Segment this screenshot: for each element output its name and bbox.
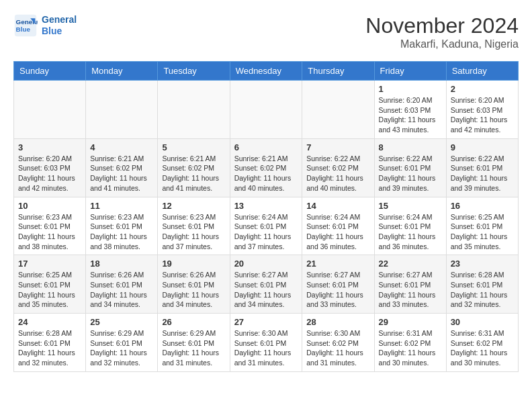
calendar-cell: 28Sunrise: 6:30 AM Sunset: 6:02 PM Dayli…: [302, 314, 374, 372]
calendar-cell: 4Sunrise: 6:21 AM Sunset: 6:02 PM Daylig…: [86, 138, 158, 197]
calendar-cell: 12Sunrise: 6:23 AM Sunset: 6:01 PM Dayli…: [158, 197, 230, 255]
location: Makarfi, Kaduna, Nigeria: [365, 38, 519, 50]
day-info: Sunrise: 6:22 AM Sunset: 6:01 PM Dayligh…: [451, 154, 514, 193]
day-info: Sunrise: 6:22 AM Sunset: 6:01 PM Dayligh…: [379, 154, 442, 193]
day-info: Sunrise: 6:23 AM Sunset: 6:01 PM Dayligh…: [162, 212, 225, 252]
weekday-header-monday: Monday: [86, 62, 158, 81]
day-number: 26: [162, 317, 225, 327]
calendar-cell: 11Sunrise: 6:23 AM Sunset: 6:01 PM Dayli…: [86, 197, 158, 255]
day-info: Sunrise: 6:22 AM Sunset: 6:02 PM Dayligh…: [306, 154, 369, 193]
calendar-cell: 6Sunrise: 6:21 AM Sunset: 6:02 PM Daylig…: [230, 138, 302, 197]
day-number: 13: [234, 201, 298, 211]
day-number: 28: [306, 317, 369, 327]
day-info: Sunrise: 6:29 AM Sunset: 6:01 PM Dayligh…: [162, 328, 225, 368]
day-info: Sunrise: 6:30 AM Sunset: 6:01 PM Dayligh…: [234, 328, 298, 368]
calendar-cell: 1Sunrise: 6:20 AM Sunset: 6:03 PM Daylig…: [374, 81, 446, 139]
day-number: 8: [379, 142, 442, 152]
logo-line2: Blue: [42, 26, 77, 37]
calendar-cell: [302, 81, 374, 139]
calendar-cell: 15Sunrise: 6:24 AM Sunset: 6:01 PM Dayli…: [374, 197, 446, 255]
day-info: Sunrise: 6:24 AM Sunset: 6:01 PM Dayligh…: [306, 212, 369, 252]
day-info: Sunrise: 6:20 AM Sunset: 6:03 PM Dayligh…: [379, 95, 442, 135]
logo-text: General Blue: [42, 14, 77, 37]
logo: General Blue General Blue: [13, 13, 77, 38]
weekday-header-wednesday: Wednesday: [230, 62, 302, 81]
day-info: Sunrise: 6:28 AM Sunset: 6:01 PM Dayligh…: [451, 270, 514, 310]
week-row-2: 3Sunrise: 6:20 AM Sunset: 6:03 PM Daylig…: [14, 138, 519, 197]
calendar-cell: 30Sunrise: 6:31 AM Sunset: 6:02 PM Dayli…: [446, 314, 518, 372]
calendar-cell: 8Sunrise: 6:22 AM Sunset: 6:01 PM Daylig…: [374, 138, 446, 197]
calendar-cell: 27Sunrise: 6:30 AM Sunset: 6:01 PM Dayli…: [230, 314, 302, 372]
svg-text:Blue: Blue: [16, 26, 31, 33]
calendar-cell: 7Sunrise: 6:22 AM Sunset: 6:02 PM Daylig…: [302, 138, 374, 197]
calendar-cell: 23Sunrise: 6:28 AM Sunset: 6:01 PM Dayli…: [446, 255, 518, 314]
day-number: 11: [90, 201, 153, 211]
calendar-cell: 29Sunrise: 6:31 AM Sunset: 6:02 PM Dayli…: [374, 314, 446, 372]
calendar-cell: [14, 81, 86, 139]
day-number: 12: [162, 201, 225, 211]
calendar-cell: 9Sunrise: 6:22 AM Sunset: 6:01 PM Daylig…: [446, 138, 518, 197]
day-info: Sunrise: 6:30 AM Sunset: 6:02 PM Dayligh…: [306, 328, 369, 368]
calendar-cell: 26Sunrise: 6:29 AM Sunset: 6:01 PM Dayli…: [158, 314, 230, 372]
calendar-cell: 3Sunrise: 6:20 AM Sunset: 6:03 PM Daylig…: [14, 138, 86, 197]
day-number: 23: [451, 259, 514, 269]
day-number: 20: [234, 259, 298, 269]
month-title: November 2024: [365, 13, 519, 38]
day-number: 25: [90, 317, 153, 327]
calendar-cell: 20Sunrise: 6:27 AM Sunset: 6:01 PM Dayli…: [230, 255, 302, 314]
day-info: Sunrise: 6:23 AM Sunset: 6:01 PM Dayligh…: [90, 212, 153, 252]
calendar-cell: [158, 81, 230, 139]
day-number: 6: [234, 142, 298, 152]
day-info: Sunrise: 6:26 AM Sunset: 6:01 PM Dayligh…: [90, 270, 153, 310]
day-number: 7: [306, 142, 369, 152]
day-info: Sunrise: 6:27 AM Sunset: 6:01 PM Dayligh…: [306, 270, 369, 310]
day-info: Sunrise: 6:27 AM Sunset: 6:01 PM Dayligh…: [234, 270, 298, 310]
day-number: 14: [306, 201, 369, 211]
day-info: Sunrise: 6:23 AM Sunset: 6:01 PM Dayligh…: [18, 212, 81, 252]
week-row-1: 1Sunrise: 6:20 AM Sunset: 6:03 PM Daylig…: [14, 81, 519, 139]
page-header: General Blue General Blue November 2024 …: [13, 13, 519, 50]
day-info: Sunrise: 6:29 AM Sunset: 6:01 PM Dayligh…: [90, 328, 153, 368]
day-number: 16: [451, 201, 514, 211]
day-number: 22: [379, 259, 442, 269]
calendar-cell: 13Sunrise: 6:24 AM Sunset: 6:01 PM Dayli…: [230, 197, 302, 255]
day-info: Sunrise: 6:25 AM Sunset: 6:01 PM Dayligh…: [18, 270, 81, 310]
calendar-cell: 18Sunrise: 6:26 AM Sunset: 6:01 PM Dayli…: [86, 255, 158, 314]
day-number: 19: [162, 259, 225, 269]
calendar-cell: 10Sunrise: 6:23 AM Sunset: 6:01 PM Dayli…: [14, 197, 86, 255]
day-info: Sunrise: 6:28 AM Sunset: 6:01 PM Dayligh…: [18, 328, 81, 368]
day-number: 30: [451, 317, 514, 327]
week-row-4: 17Sunrise: 6:25 AM Sunset: 6:01 PM Dayli…: [14, 255, 519, 314]
day-info: Sunrise: 6:24 AM Sunset: 6:01 PM Dayligh…: [234, 212, 298, 252]
day-number: 10: [18, 201, 81, 211]
calendar-cell: 22Sunrise: 6:27 AM Sunset: 6:01 PM Dayli…: [374, 255, 446, 314]
calendar-cell: 21Sunrise: 6:27 AM Sunset: 6:01 PM Dayli…: [302, 255, 374, 314]
weekday-header-saturday: Saturday: [446, 62, 518, 81]
day-number: 24: [18, 317, 81, 327]
day-number: 15: [379, 201, 442, 211]
day-number: 18: [90, 259, 153, 269]
day-number: 27: [234, 317, 298, 327]
logo-line1: General: [42, 14, 77, 25]
calendar-cell: 16Sunrise: 6:25 AM Sunset: 6:01 PM Dayli…: [446, 197, 518, 255]
day-number: 29: [379, 317, 442, 327]
week-row-5: 24Sunrise: 6:28 AM Sunset: 6:01 PM Dayli…: [14, 314, 519, 372]
calendar-cell: 5Sunrise: 6:21 AM Sunset: 6:02 PM Daylig…: [158, 138, 230, 197]
weekday-header-tuesday: Tuesday: [158, 62, 230, 81]
calendar-cell: 17Sunrise: 6:25 AM Sunset: 6:01 PM Dayli…: [14, 255, 86, 314]
day-number: 2: [451, 84, 514, 94]
day-info: Sunrise: 6:21 AM Sunset: 6:02 PM Dayligh…: [234, 154, 298, 193]
weekday-header-thursday: Thursday: [302, 62, 374, 81]
day-info: Sunrise: 6:26 AM Sunset: 6:01 PM Dayligh…: [162, 270, 225, 310]
day-number: 3: [18, 142, 81, 152]
day-info: Sunrise: 6:20 AM Sunset: 6:03 PM Dayligh…: [18, 154, 81, 193]
calendar-cell: 19Sunrise: 6:26 AM Sunset: 6:01 PM Dayli…: [158, 255, 230, 314]
day-number: 4: [90, 142, 153, 152]
day-number: 1: [379, 84, 442, 94]
day-info: Sunrise: 6:25 AM Sunset: 6:01 PM Dayligh…: [451, 212, 514, 252]
day-info: Sunrise: 6:24 AM Sunset: 6:01 PM Dayligh…: [379, 212, 442, 252]
day-info: Sunrise: 6:31 AM Sunset: 6:02 PM Dayligh…: [451, 328, 514, 368]
day-number: 5: [162, 142, 225, 152]
weekday-header-friday: Friday: [374, 62, 446, 81]
weekday-header-row: SundayMondayTuesdayWednesdayThursdayFrid…: [14, 62, 519, 81]
